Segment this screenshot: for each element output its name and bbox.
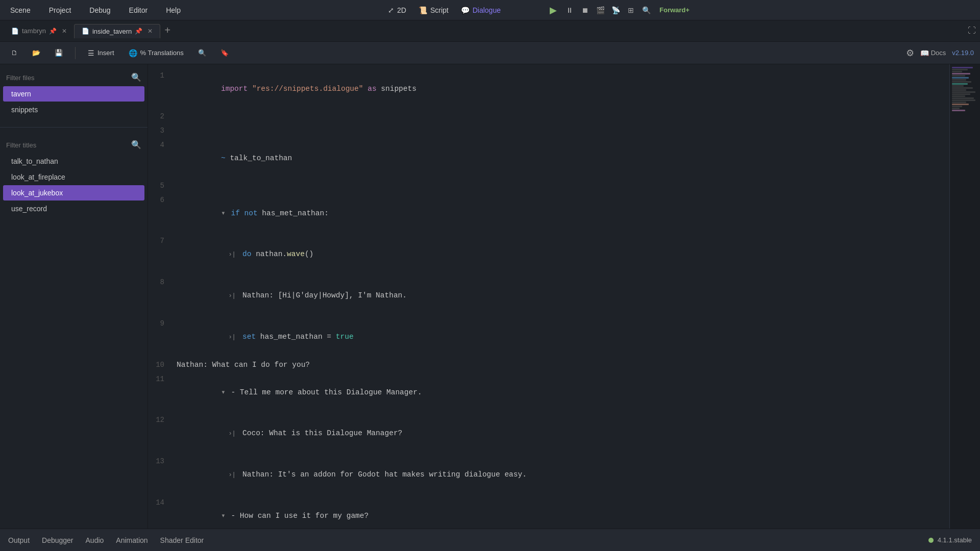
settings-button[interactable]: ⚙ bbox=[906, 47, 914, 59]
filter-titles-row: 🔍 bbox=[0, 137, 148, 153]
tab-tambryn-close[interactable]: ✕ bbox=[62, 28, 67, 35]
collapse-6[interactable]: ▾ bbox=[221, 209, 230, 217]
bottom-right: 4.1.1.stable bbox=[928, 536, 972, 544]
tab-add-button[interactable]: + bbox=[160, 25, 175, 37]
filter-titles-search-icon[interactable]: 🔍 bbox=[131, 140, 141, 150]
code-line-7: 7 ›| do nathan.wave() bbox=[148, 234, 949, 275]
collapse-11[interactable]: ▾ bbox=[221, 388, 230, 396]
sidebar-item-talk-label: talk_to_nathan bbox=[11, 157, 58, 165]
code-line-12: 12 ›| Coco: What is this Dialogue Manage… bbox=[148, 413, 949, 454]
stop-button[interactable]: ⏹ bbox=[579, 4, 591, 16]
line-content-1: import "res://snippets.dialogue" as snip… bbox=[173, 69, 949, 109]
pause-button[interactable]: ⏸ bbox=[564, 4, 576, 16]
sidebar-item-use-record[interactable]: use_record bbox=[3, 201, 144, 216]
translations-button[interactable]: 🌐 % Translations bbox=[124, 46, 189, 60]
open-file-icon: 📂 bbox=[32, 49, 40, 57]
indent-7: ›| bbox=[221, 251, 239, 258]
collapse-14[interactable]: ▾ bbox=[221, 512, 230, 520]
docs-label: Docs bbox=[931, 49, 946, 57]
insert-button[interactable]: ☰ Insert bbox=[83, 46, 119, 60]
code-line-13: 13 ›| Nathan: It's an addon for Godot ha… bbox=[148, 454, 949, 495]
tab-tavern-pin: 📌 bbox=[135, 28, 142, 35]
view-dialogue[interactable]: 💬 Dialogue bbox=[461, 6, 501, 14]
new-file-icon: 🗋 bbox=[11, 49, 18, 57]
sidebar-item-talk-to-nathan[interactable]: talk_to_nathan bbox=[3, 154, 144, 169]
tilde-sym: ~ bbox=[221, 154, 230, 162]
code-line-11: 11 ▾ - Tell me more about this Dialogue … bbox=[148, 372, 949, 413]
sidebar-divider bbox=[0, 127, 148, 128]
sidebar-item-fireplace-label: look_at_fireplace bbox=[11, 173, 65, 181]
menu-item-scene[interactable]: Scene bbox=[6, 4, 35, 16]
new-file-button[interactable]: 🗋 bbox=[6, 46, 23, 60]
menu-item-help[interactable]: Help bbox=[162, 4, 185, 16]
docs-button[interactable]: 📖 Docs bbox=[920, 49, 946, 57]
bottom-tab-debugger[interactable]: Debugger bbox=[42, 534, 74, 546]
kw-as: as bbox=[368, 85, 376, 93]
sidebar-item-look-at-fireplace[interactable]: look_at_fireplace bbox=[3, 169, 144, 185]
tab-tavern-label: inside_tavern bbox=[92, 28, 132, 35]
sidebar: 🔍 tavern snippets 🔍 talk_to_nathan look_… bbox=[0, 64, 148, 529]
filter-files-search-icon[interactable]: 🔍 bbox=[131, 72, 141, 83]
bottom-tab-output[interactable]: Output bbox=[8, 534, 30, 546]
tab-tambryn-label: tambryn bbox=[22, 27, 46, 35]
code-line-8: 8 ›| Nathan: [Hi|G'day|Howdy], I'm Natha… bbox=[148, 275, 949, 316]
script-icon: 📜 bbox=[419, 6, 427, 14]
line-num-1: 1 bbox=[148, 69, 173, 82]
tab-tambryn-pin: 📌 bbox=[49, 28, 57, 35]
bookmark-button[interactable]: 🔖 bbox=[215, 46, 234, 60]
tab-tambryn[interactable]: 📄 tambryn 📌 ✕ bbox=[4, 24, 74, 38]
filter-files-row: 🔍 bbox=[0, 69, 148, 86]
bottom-tab-audio[interactable]: Audio bbox=[86, 534, 104, 546]
code-line-4: 4 ~ talk_to_nathan bbox=[148, 138, 949, 179]
code-line-9: 9 ›| set has_met_nathan = true bbox=[148, 316, 949, 358]
translations-label: % Translations bbox=[140, 49, 184, 57]
translations-icon: 🌐 bbox=[129, 49, 137, 57]
sidebar-item-jukebox-label: look_at_jukebox bbox=[11, 189, 63, 197]
bottom-tab-shader-editor[interactable]: Shader Editor bbox=[160, 534, 204, 546]
sidebar-item-look-at-jukebox[interactable]: look_at_jukebox bbox=[3, 185, 144, 201]
save-file-icon: 💾 bbox=[55, 49, 63, 57]
tab-tavern-icon: 📄 bbox=[82, 28, 89, 35]
forward-button[interactable]: Forward+ bbox=[659, 6, 690, 14]
search-button-top[interactable]: 🔍 bbox=[640, 4, 652, 16]
save-file-button[interactable]: 💾 bbox=[50, 46, 68, 60]
remote-button[interactable]: 📡 bbox=[609, 4, 622, 16]
tab-tambryn-icon: 📄 bbox=[11, 28, 19, 35]
toolbar-right: ⚙ 📖 Docs v2.19.0 bbox=[906, 47, 974, 59]
code-line-3: 3 bbox=[148, 123, 949, 138]
menu-item-debug[interactable]: Debug bbox=[85, 4, 114, 16]
tab-inside-tavern[interactable]: 📄 inside_tavern 📌 ✕ bbox=[74, 24, 160, 38]
movie-button[interactable]: 🎬 bbox=[594, 4, 606, 16]
code-editor[interactable]: 1 import "res://snippets.dialogue" as sn… bbox=[148, 64, 949, 529]
code-line-1: 1 import "res://snippets.dialogue" as sn… bbox=[148, 68, 949, 109]
bottom-tab-animation[interactable]: Animation bbox=[116, 534, 148, 546]
menu-item-editor[interactable]: Editor bbox=[125, 4, 152, 16]
godot-version: 4.1.1.stable bbox=[938, 536, 972, 544]
search-toolbar-icon: 🔍 bbox=[198, 49, 206, 57]
bottom-bar: Output Debugger Audio Animation Shader E… bbox=[0, 529, 980, 551]
status-dot bbox=[928, 538, 934, 543]
menu-item-project[interactable]: Project bbox=[45, 4, 76, 16]
bookmark-icon: 🔖 bbox=[220, 49, 229, 57]
sidebar-item-tavern[interactable]: tavern bbox=[3, 86, 144, 102]
filter-files-input[interactable] bbox=[6, 74, 127, 82]
layout-button[interactable]: ⊞ bbox=[625, 4, 637, 16]
view-switcher: ⤢ 2D 📜 Script 💬 Dialogue bbox=[388, 6, 501, 14]
editor-area: 1 import "res://snippets.dialogue" as sn… bbox=[148, 64, 980, 529]
str-res: "res://snippets.dialogue" bbox=[252, 85, 363, 93]
filter-titles-input[interactable] bbox=[6, 141, 127, 149]
open-file-button[interactable]: 📂 bbox=[27, 46, 45, 60]
search-toolbar-button[interactable]: 🔍 bbox=[193, 46, 211, 60]
tab-tavern-close[interactable]: ✕ bbox=[148, 28, 153, 35]
files-section: 🔍 tavern snippets bbox=[0, 64, 148, 123]
play-button[interactable]: ▶ bbox=[546, 3, 560, 17]
toolbar-separator-1 bbox=[75, 47, 76, 59]
sidebar-item-tavern-label: tavern bbox=[11, 90, 31, 98]
view-script[interactable]: 📜 Script bbox=[419, 6, 449, 14]
maximize-button[interactable]: ⛶ bbox=[968, 26, 976, 36]
code-line-10: 10 Nathan: What can I do for you? bbox=[148, 358, 949, 372]
view-2d[interactable]: ⤢ 2D bbox=[388, 6, 406, 14]
sidebar-item-snippets[interactable]: snippets bbox=[3, 102, 144, 117]
code-line-6: 6 ▾ if not has_met_nathan: bbox=[148, 193, 949, 234]
titles-section: 🔍 talk_to_nathan look_at_fireplace look_… bbox=[0, 132, 148, 222]
